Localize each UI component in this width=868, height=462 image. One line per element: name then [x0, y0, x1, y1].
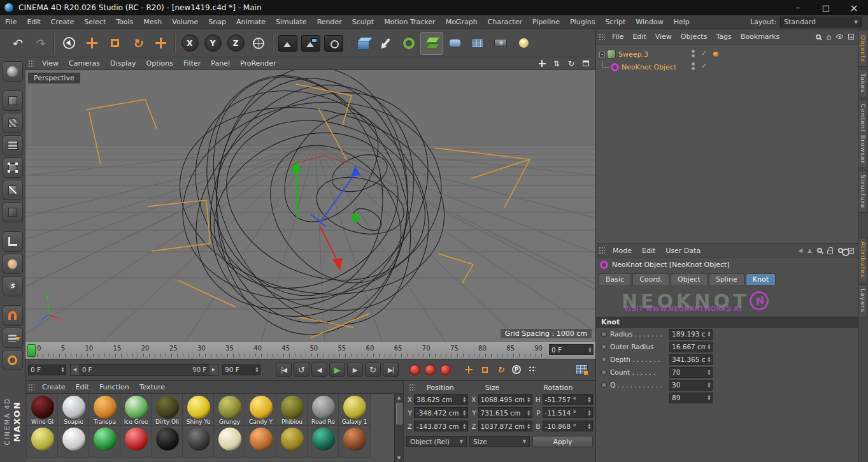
- parameter-field[interactable]: 30: [669, 380, 713, 391]
- material-item[interactable]: [339, 426, 370, 458]
- tab-objects[interactable]: Objects: [858, 31, 868, 67]
- panel-grip[interactable]: [599, 33, 605, 41]
- material-preview[interactable]: [343, 428, 366, 451]
- material-preview[interactable]: [250, 396, 273, 419]
- coordinate-field[interactable]: -51.757 °: [543, 394, 593, 405]
- spinner-icon[interactable]: [253, 365, 260, 375]
- spinner-icon[interactable]: [525, 421, 532, 431]
- material-item[interactable]: Soapie: [58, 394, 89, 426]
- go-to-start-button[interactable]: [276, 363, 292, 377]
- material-item[interactable]: [120, 426, 152, 458]
- coordinate-field[interactable]: 731.615 cm: [478, 407, 532, 418]
- toggle-view-icon[interactable]: [581, 59, 590, 68]
- object-manager-menu-item[interactable]: Objects: [676, 31, 712, 43]
- tab-structure[interactable]: Structure: [858, 170, 868, 213]
- snapping-button[interactable]: [3, 276, 23, 296]
- material-preview[interactable]: [125, 396, 148, 419]
- material-preview[interactable]: [250, 428, 273, 451]
- coordinate-field[interactable]: 38.625 cm: [414, 394, 468, 405]
- material-preview[interactable]: [31, 396, 54, 419]
- viewport-menu-item[interactable]: Cameras: [64, 57, 105, 69]
- coordinate-field[interactable]: 1068.495 cm: [478, 394, 532, 405]
- material-menu-item[interactable]: Edit: [71, 381, 94, 393]
- spinner-icon[interactable]: [706, 368, 712, 377]
- menubar-item[interactable]: Edit: [22, 16, 45, 28]
- go-to-end-button[interactable]: [383, 363, 399, 377]
- tag-icon[interactable]: [713, 52, 718, 57]
- workplane-mode-button[interactable]: [3, 135, 23, 155]
- rotate-view-icon[interactable]: [567, 59, 576, 68]
- spline-pen-button[interactable]: [374, 32, 397, 55]
- render-view-button[interactable]: [276, 32, 299, 55]
- object-manager-menu-item[interactable]: Bookmarks: [736, 31, 784, 43]
- object-manager-menu-item[interactable]: File: [608, 31, 628, 43]
- material-item[interactable]: Road Re: [308, 394, 339, 426]
- object-manager-menu-item[interactable]: Tags: [711, 31, 736, 43]
- parameter-field[interactable]: 70: [669, 367, 713, 378]
- coordinate-field[interactable]: -348.472 cm: [414, 407, 468, 418]
- scroll-down-icon[interactable]: ▼: [397, 454, 401, 462]
- viewport-menu-item[interactable]: View: [37, 57, 64, 69]
- spinner-icon[interactable]: [586, 408, 592, 417]
- light-button[interactable]: [512, 32, 535, 55]
- material-preview[interactable]: [125, 428, 148, 451]
- material-preview[interactable]: [187, 428, 210, 451]
- tab-takes[interactable]: Takes: [858, 69, 868, 97]
- keyframe-selection-button[interactable]: [440, 365, 451, 375]
- panel-grip[interactable]: [409, 384, 415, 391]
- viewport-solo-button[interactable]: [3, 254, 23, 274]
- visibility-dots[interactable]: [692, 50, 695, 57]
- menubar-item[interactable]: Create: [46, 16, 80, 28]
- zoom-view-icon[interactable]: [552, 59, 561, 68]
- menubar-item[interactable]: Volume: [167, 16, 203, 28]
- menubar-item[interactable]: Help: [669, 16, 695, 28]
- previous-frame-button[interactable]: [311, 363, 327, 377]
- material-item[interactable]: [276, 426, 308, 458]
- menubar-item[interactable]: Mesh: [138, 16, 167, 28]
- spinner-icon[interactable]: [706, 355, 712, 365]
- attribute-menu-item[interactable]: User Data: [660, 245, 706, 257]
- scale-tool-button[interactable]: [103, 32, 126, 55]
- camera-button[interactable]: [489, 32, 512, 55]
- menubar-item[interactable]: Tools: [111, 16, 138, 28]
- range-right-handle[interactable]: ▶: [210, 365, 218, 375]
- history-up-icon[interactable]: ▲: [808, 247, 812, 254]
- timeline-options-button[interactable]: [576, 365, 588, 375]
- tab-knot[interactable]: Knot: [746, 273, 776, 285]
- close-button[interactable]: [840, 0, 868, 15]
- camera-label[interactable]: Perspective: [28, 73, 80, 83]
- menubar-item[interactable]: File: [0, 16, 22, 28]
- add-panel-icon[interactable]: [848, 34, 854, 40]
- menubar-item[interactable]: Pipeline: [527, 16, 565, 28]
- minimize-button[interactable]: [784, 0, 812, 15]
- quantize-button[interactable]: [3, 305, 23, 326]
- material-preview[interactable]: [94, 396, 117, 419]
- panel-grip[interactable]: [28, 60, 34, 68]
- redo-button[interactable]: [28, 32, 51, 55]
- viewport-menu-item[interactable]: Filter: [178, 57, 206, 69]
- move-tool-button[interactable]: [80, 32, 103, 55]
- start-frame-field[interactable]: 0 F: [28, 365, 66, 375]
- timeline-ruler[interactable]: 051015202530354045505560657075808590 0 F: [25, 342, 595, 359]
- spinner-icon[interactable]: [706, 380, 712, 390]
- lock-y-axis-button[interactable]: Y: [201, 32, 224, 55]
- material-item[interactable]: [245, 426, 276, 458]
- size-mode-dropdown[interactable]: Size: [469, 436, 530, 447]
- material-preview[interactable]: [312, 428, 335, 451]
- lock-x-axis-button[interactable]: X: [178, 32, 201, 55]
- home-icon[interactable]: [826, 32, 831, 41]
- material-item[interactable]: [58, 426, 89, 458]
- enabled-check-icon[interactable]: [701, 49, 707, 57]
- model-mode-button[interactable]: [3, 90, 23, 111]
- material-item[interactable]: Ice Gree: [120, 394, 152, 426]
- spinner-icon[interactable]: [706, 393, 712, 403]
- parameter-field[interactable]: 89: [669, 393, 713, 403]
- menubar-item[interactable]: Plugins: [565, 16, 600, 28]
- spinner-icon[interactable]: [525, 408, 532, 417]
- collapse-icon[interactable]: [599, 52, 605, 57]
- material-preview[interactable]: [187, 396, 210, 419]
- menubar-item[interactable]: Sculpt: [347, 16, 379, 28]
- animation-dot-icon[interactable]: [601, 331, 607, 337]
- menubar-item[interactable]: Window: [630, 16, 668, 28]
- object-row-sweep[interactable]: Sweep.3: [596, 48, 858, 61]
